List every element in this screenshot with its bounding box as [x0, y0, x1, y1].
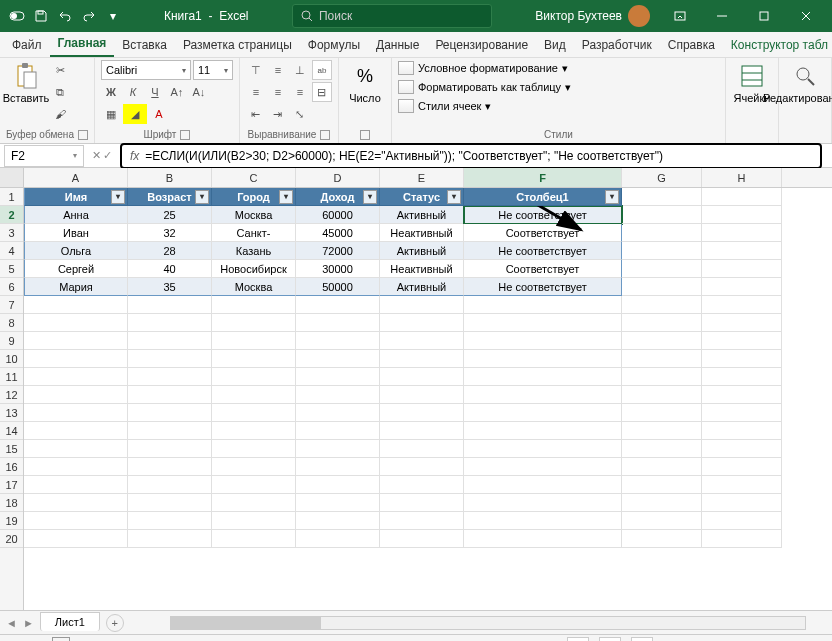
merge-center-icon[interactable]: ⊟ — [312, 82, 332, 102]
cell[interactable] — [24, 494, 128, 512]
font-name-combo[interactable]: Calibri▾ — [101, 60, 191, 80]
cell[interactable]: Неактивный — [380, 224, 464, 242]
filter-dropdown-icon[interactable]: ▾ — [447, 190, 461, 204]
cell[interactable] — [128, 296, 212, 314]
cell[interactable] — [296, 314, 380, 332]
fx-icon[interactable]: fx — [130, 149, 139, 163]
row-header[interactable]: 12 — [0, 386, 23, 404]
cell[interactable]: Доход▾ — [296, 188, 380, 206]
row-header[interactable]: 15 — [0, 440, 23, 458]
column-header[interactable]: H — [702, 168, 782, 187]
tab-home[interactable]: Главная — [50, 31, 115, 57]
cell[interactable] — [622, 296, 702, 314]
cell[interactable] — [622, 242, 702, 260]
cell[interactable] — [296, 296, 380, 314]
cells-area[interactable]: Имя▾Возраст▾Город▾Доход▾Статус▾Столбец1▾… — [24, 188, 832, 548]
cell[interactable] — [622, 368, 702, 386]
sheet-nav-next-icon[interactable]: ► — [23, 617, 34, 629]
cell[interactable] — [24, 332, 128, 350]
minimize-icon[interactable] — [702, 0, 742, 32]
font-color-icon[interactable]: A — [149, 104, 169, 124]
cell[interactable] — [622, 260, 702, 278]
save-icon[interactable] — [30, 5, 52, 27]
cell[interactable] — [622, 332, 702, 350]
cell[interactable] — [296, 512, 380, 530]
row-header[interactable]: 13 — [0, 404, 23, 422]
align-left-icon[interactable]: ≡ — [246, 82, 266, 102]
autosave-toggle[interactable] — [6, 5, 28, 27]
cell[interactable]: Активный — [380, 278, 464, 296]
filter-dropdown-icon[interactable]: ▾ — [111, 190, 125, 204]
align-right-icon[interactable]: ≡ — [290, 82, 310, 102]
add-sheet-button[interactable]: + — [106, 614, 124, 632]
cell[interactable] — [380, 296, 464, 314]
align-center-icon[interactable]: ≡ — [268, 82, 288, 102]
cell[interactable] — [622, 512, 702, 530]
increase-font-icon[interactable]: A↑ — [167, 82, 187, 102]
column-header[interactable]: C — [212, 168, 296, 187]
cell[interactable]: 60000 — [296, 206, 380, 224]
cell[interactable] — [24, 386, 128, 404]
bold-button[interactable]: Ж — [101, 82, 121, 102]
select-all-corner[interactable] — [0, 168, 23, 188]
cell[interactable] — [702, 368, 782, 386]
column-header[interactable]: A — [24, 168, 128, 187]
cell[interactable] — [622, 476, 702, 494]
cell[interactable]: Не соответствует — [464, 242, 622, 260]
close-icon[interactable] — [786, 0, 826, 32]
row-header[interactable]: 7 — [0, 296, 23, 314]
fill-color-icon[interactable]: ◢ — [123, 104, 147, 124]
cell[interactable] — [464, 530, 622, 548]
sheet-tab[interactable]: Лист1 — [40, 612, 100, 631]
cell[interactable] — [464, 314, 622, 332]
cell[interactable] — [296, 350, 380, 368]
tab-view[interactable]: Вид — [536, 33, 574, 57]
search-box[interactable]: Поиск — [292, 4, 492, 28]
cell[interactable] — [380, 494, 464, 512]
row-header[interactable]: 18 — [0, 494, 23, 512]
cell[interactable] — [702, 206, 782, 224]
cell[interactable]: 45000 — [296, 224, 380, 242]
cell[interactable] — [128, 404, 212, 422]
cell[interactable]: 25 — [128, 206, 212, 224]
cell[interactable]: Неактивный — [380, 260, 464, 278]
cell[interactable] — [296, 332, 380, 350]
cell[interactable] — [380, 386, 464, 404]
cell[interactable] — [380, 422, 464, 440]
column-header[interactable]: B — [128, 168, 212, 187]
redo-icon[interactable] — [78, 5, 100, 27]
cell[interactable] — [24, 458, 128, 476]
cell[interactable] — [212, 332, 296, 350]
column-header[interactable]: D — [296, 168, 380, 187]
cell[interactable]: Возраст▾ — [128, 188, 212, 206]
increase-indent-icon[interactable]: ⇥ — [268, 104, 288, 124]
cell[interactable] — [128, 494, 212, 512]
row-header[interactable]: 20 — [0, 530, 23, 548]
user-account[interactable]: Виктор Бухтеев — [535, 5, 650, 27]
cell[interactable] — [212, 368, 296, 386]
align-middle-icon[interactable]: ≡ — [268, 60, 288, 80]
cell[interactable] — [128, 476, 212, 494]
cell[interactable] — [380, 332, 464, 350]
cell[interactable] — [702, 242, 782, 260]
cell[interactable]: Не соответствует — [464, 278, 622, 296]
cell[interactable] — [702, 422, 782, 440]
cell[interactable] — [622, 314, 702, 332]
cell[interactable] — [464, 440, 622, 458]
cell[interactable] — [380, 350, 464, 368]
cell[interactable]: Столбец1▾ — [464, 188, 622, 206]
cell[interactable] — [464, 404, 622, 422]
cell[interactable] — [702, 314, 782, 332]
normal-view-icon[interactable]: ▦ — [567, 637, 589, 642]
column-header[interactable]: E — [380, 168, 464, 187]
cell[interactable] — [380, 440, 464, 458]
underline-button[interactable]: Ч — [145, 82, 165, 102]
cell[interactable] — [24, 350, 128, 368]
tab-table-design[interactable]: Конструктор табл — [723, 33, 832, 57]
borders-icon[interactable]: ▦ — [101, 104, 121, 124]
align-bottom-icon[interactable]: ⊥ — [290, 60, 310, 80]
cell[interactable] — [380, 314, 464, 332]
name-box[interactable]: F2▾ — [4, 145, 84, 167]
alignment-dialog-launcher[interactable] — [320, 130, 330, 140]
macro-record-icon[interactable]: ▦ — [52, 637, 70, 641]
